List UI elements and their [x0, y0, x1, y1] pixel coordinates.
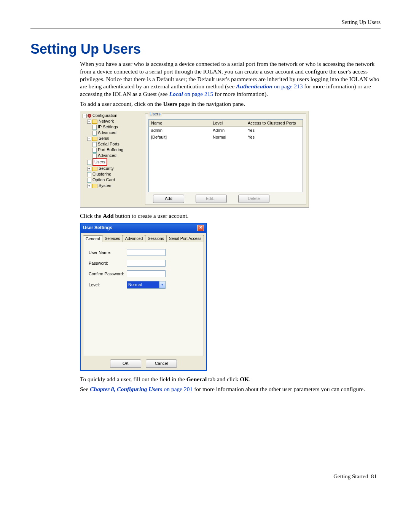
running-header: Setting Up Users: [30, 19, 381, 26]
close-icon[interactable]: ✕: [197, 225, 204, 231]
link-chapter-8-page[interactable]: on page 201: [162, 386, 193, 392]
tree-advanced-2[interactable]: Advanced: [98, 153, 116, 158]
page-icon: [92, 153, 97, 158]
cell-level: Admin: [210, 127, 245, 134]
link-authentication-page[interactable]: on page 213: [272, 83, 303, 89]
header-rule: [30, 29, 381, 29]
cell-level: Normal: [210, 134, 245, 141]
chevron-down-icon[interactable]: ▾: [159, 281, 165, 288]
instruction-2: Click the Add button to create a user ac…: [80, 212, 381, 220]
link-local[interactable]: Local: [169, 91, 183, 97]
label-password: Password:: [89, 260, 127, 266]
page-icon: [92, 142, 97, 147]
bold-add: Add: [103, 212, 113, 219]
instruction-1: To add a user account, click on the User…: [80, 100, 381, 108]
tree-configuration[interactable]: Configuration: [92, 113, 117, 118]
table-row[interactable]: [Default] Normal Yes: [149, 134, 303, 141]
tree-network[interactable]: Network: [99, 119, 114, 123]
link-authentication[interactable]: Authentication: [236, 83, 272, 89]
footer-section: Getting Started: [333, 473, 368, 479]
tab-panel-general: User Name: Password: Confirm Password: L…: [83, 242, 204, 356]
ok-button[interactable]: OK: [110, 359, 141, 368]
groupbox-title: Users: [148, 111, 162, 117]
users-groupbox: Users Name Level Access to Clustered Por…: [145, 113, 306, 205]
tab-serial-port-access[interactable]: Serial Port Access: [166, 235, 204, 242]
tree-ip-settings[interactable]: IP Settings: [98, 125, 118, 129]
dialog-title: User Settings: [83, 225, 112, 231]
username-field[interactable]: [127, 249, 166, 256]
col-name: Name: [149, 120, 210, 126]
tree-serial-ports[interactable]: Serial Ports: [98, 142, 119, 146]
page-title: Setting Up Users: [30, 41, 381, 57]
instruction-3: To quickly add a user, fill out the fiel…: [80, 375, 381, 383]
expand-icon[interactable]: −: [87, 120, 91, 124]
dialog-tabs: General Services Advanced Sessions Seria…: [83, 235, 204, 242]
screenshot-users-page: −Configuration −Network IP Settings Adva…: [80, 111, 309, 208]
expand-icon[interactable]: +: [87, 167, 91, 171]
tree-system[interactable]: System: [99, 183, 113, 188]
confirm-password-field[interactable]: [127, 270, 166, 277]
tree-clustering[interactable]: Clustering: [92, 172, 112, 176]
tab-services[interactable]: Services: [102, 235, 123, 242]
page-icon: [92, 148, 97, 153]
see-also-paragraph: See Chapter 8, Configuring Users on page…: [80, 385, 381, 393]
table-row[interactable]: admin Admin Yes: [149, 127, 303, 134]
page-icon: [87, 160, 91, 165]
users-list[interactable]: Name Level Access to Clustered Ports adm…: [148, 119, 303, 192]
nav-tree: −Configuration −Network IP Settings Adva…: [83, 113, 140, 189]
text: To add a user account, click on the: [80, 101, 163, 107]
tab-general[interactable]: General: [83, 235, 102, 242]
link-chapter-8[interactable]: Chapter 8, Configuring Users: [90, 386, 162, 392]
tree-security[interactable]: Security: [99, 166, 114, 171]
cell-name: admin: [149, 127, 210, 134]
tree-users-highlighted[interactable]: Users: [92, 158, 107, 166]
tree-serial[interactable]: Serial: [99, 136, 109, 141]
text: Click the: [80, 212, 103, 219]
expand-icon[interactable]: −: [87, 137, 91, 141]
edit-button[interactable]: Edit...: [196, 195, 227, 203]
tree-port-buffering[interactable]: Port Buffering: [98, 147, 123, 152]
text: for more information).: [213, 91, 268, 97]
intro-paragraph: When you have a user who is accessing a …: [80, 60, 381, 98]
folder-icon: [92, 167, 97, 171]
expand-icon[interactable]: +: [87, 184, 91, 188]
level-select[interactable]: Normal ▾: [127, 281, 166, 289]
page-icon: [92, 125, 97, 130]
cell-access: Yes: [245, 127, 303, 134]
folder-icon: [92, 184, 97, 188]
text: To quickly add a user, fill out the fiel…: [80, 376, 186, 382]
cell-access: Yes: [245, 134, 303, 141]
expand-icon[interactable]: −: [83, 114, 87, 118]
tab-advanced[interactable]: Advanced: [123, 235, 146, 242]
page-icon: [92, 131, 97, 136]
col-access: Access to Clustered Ports: [245, 120, 303, 126]
col-level: Level: [210, 120, 245, 126]
text: for more information about the other use…: [193, 386, 365, 392]
list-header: Name Level Access to Clustered Ports: [149, 120, 303, 127]
cancel-button[interactable]: Cancel: [146, 359, 177, 368]
label-confirm-password: Confirm Password:: [89, 271, 127, 276]
bold-ok: OK: [240, 376, 249, 382]
page-icon: [87, 178, 91, 183]
cell-name: [Default]: [149, 134, 210, 141]
link-local-page[interactable]: on page 215: [183, 91, 213, 97]
label-username: User Name:: [89, 250, 127, 255]
add-button[interactable]: Add: [153, 195, 184, 203]
text: See: [80, 386, 90, 392]
text: .: [249, 376, 250, 382]
tab-sessions[interactable]: Sessions: [145, 235, 167, 242]
level-value: Normal: [127, 281, 159, 288]
page-footer: Getting Started 81: [333, 473, 377, 480]
screenshot-user-settings-dialog: User Settings ✕ General Services Advance…: [80, 223, 207, 371]
tree-advanced[interactable]: Advanced: [98, 130, 116, 135]
dialog-titlebar[interactable]: User Settings ✕: [81, 224, 206, 233]
folder-icon: [92, 137, 97, 141]
text: button to create a user account.: [114, 212, 189, 219]
tree-option-card[interactable]: Option Card: [92, 177, 115, 182]
password-field[interactable]: [127, 260, 166, 267]
delete-button[interactable]: Delete: [238, 195, 269, 203]
page-icon: [87, 172, 91, 177]
text: page in the navigation pane.: [177, 101, 245, 107]
bold-users: Users: [163, 101, 177, 107]
label-level: Level:: [89, 282, 127, 288]
